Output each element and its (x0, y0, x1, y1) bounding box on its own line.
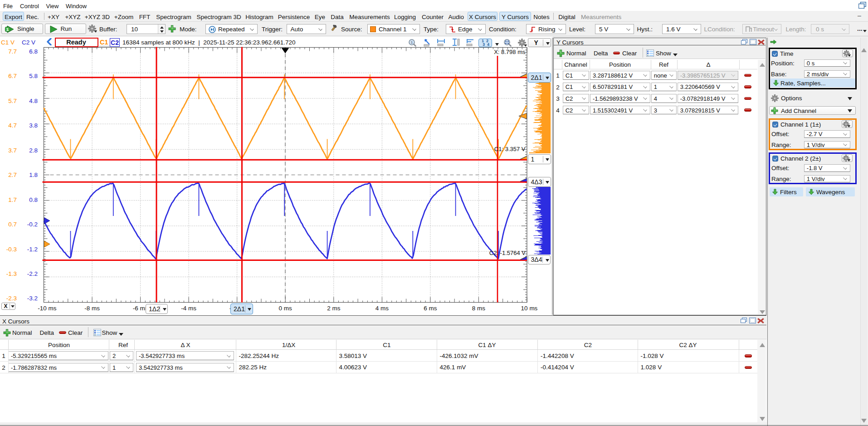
svg-text:-3.2: -3.2 (27, 295, 38, 302)
svg-text:7.7: 7.7 (8, 48, 17, 55)
svg-text:-10 ms: -10 ms (38, 305, 57, 312)
svg-text:5.7: 5.7 (8, 98, 17, 104)
svg-text:X: 8.798 ms: X: 8.798 ms (494, 49, 526, 55)
svg-text:-0.2: -0.2 (27, 221, 38, 228)
svg-text:1.7: 1.7 (8, 196, 17, 203)
svg-text:1: 1 (411, 40, 413, 44)
svg-text:C2: -1.5764 V: C2: -1.5764 V (489, 250, 526, 256)
svg-text:6 ms: 6 ms (424, 305, 437, 312)
svg-text:0.8: 0.8 (29, 196, 38, 203)
svg-text:-2.3: -2.3 (6, 295, 17, 302)
svg-text:-1.3: -1.3 (6, 270, 17, 277)
svg-text:4 ms: 4 ms (375, 305, 389, 312)
svg-text:3.7: 3.7 (8, 147, 17, 154)
svg-text:4.8: 4.8 (29, 98, 38, 104)
svg-text:-2.2: -2.2 (27, 270, 38, 277)
svg-text:-4 ms: -4 ms (181, 305, 196, 312)
svg-text:-1.2: -1.2 (27, 246, 38, 253)
svg-text:1.8: 1.8 (29, 171, 38, 178)
svg-text:-8 ms: -8 ms (84, 305, 100, 312)
svg-text:C1: 3.357 V: C1: 3.357 V (494, 146, 526, 152)
svg-text:8 ms: 8 ms (472, 305, 486, 312)
svg-text:-0.3: -0.3 (6, 246, 17, 253)
svg-text:5.8: 5.8 (29, 73, 38, 79)
svg-text:2 ms: 2 ms (327, 305, 341, 312)
svg-text:6.7: 6.7 (8, 73, 17, 79)
svg-text:0 ms: 0 ms (279, 305, 293, 312)
svg-text:6.8: 6.8 (29, 48, 38, 55)
svg-text:4.7: 4.7 (8, 122, 17, 129)
svg-text:2.8: 2.8 (29, 147, 38, 154)
svg-text:0.7: 0.7 (8, 221, 17, 228)
svg-text:10 ms: 10 ms (521, 305, 538, 312)
svg-text:2.7: 2.7 (8, 171, 17, 178)
svg-text:1: 1 (6, 27, 9, 31)
svg-text:3.8: 3.8 (29, 122, 38, 129)
